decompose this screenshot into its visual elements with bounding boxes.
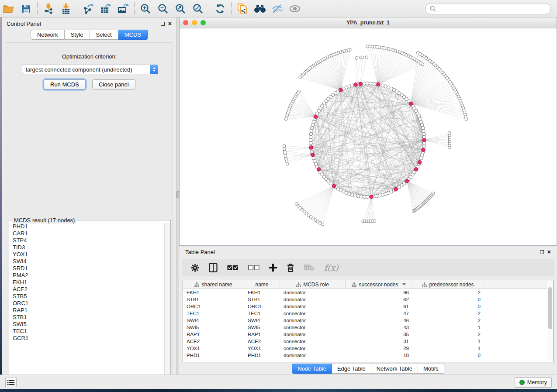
cell-predecessor-nodes[interactable]: 2	[412, 332, 484, 337]
close-panel-button[interactable]: Close panel	[92, 79, 135, 89]
criterion-dropdown[interactable]: largest connected component (undirected)	[22, 65, 158, 74]
cell-predecessor-nodes[interactable]: 2	[412, 290, 484, 295]
result-node-item[interactable]: PHD1	[13, 223, 165, 230]
column-header-name[interactable]: name	[244, 280, 280, 289]
cell-MCDS-role[interactable]: dominator	[280, 332, 346, 337]
cell-MCDS-role[interactable]: dominator	[280, 318, 346, 323]
cell-successor-nodes[interactable]: 43	[346, 325, 412, 330]
run-mcds-button[interactable]: Run MCDS	[44, 79, 86, 89]
table-row[interactable]: FKH1FKH1dominator962	[183, 289, 553, 296]
clone-network-button[interactable]	[234, 1, 251, 16]
network-titlebar[interactable]: YPA_prune.txt_1	[180, 17, 557, 28]
cell-name[interactable]: ORC1	[244, 304, 280, 309]
result-node-item[interactable]: STP4	[13, 237, 165, 244]
column-header-shared-name[interactable]: shared name	[183, 280, 244, 289]
show-panels-button[interactable]	[5, 378, 17, 387]
cell-name[interactable]: TEC1	[244, 311, 280, 316]
cell-name[interactable]: ACE2	[244, 339, 280, 344]
table-row[interactable]: ACE2ACE2connector311	[183, 338, 553, 345]
save-session-button[interactable]	[17, 1, 35, 16]
result-node-item[interactable]: SWI4	[13, 258, 165, 265]
deselect-all-columns-button[interactable]	[248, 265, 259, 270]
cell-shared-name[interactable]: ACE2	[183, 339, 244, 344]
import-network-button[interactable]	[40, 1, 57, 16]
zoom-in-button[interactable]	[137, 1, 154, 16]
tab-select[interactable]: Select	[90, 30, 118, 40]
delete-table-button[interactable]	[304, 265, 315, 271]
result-node-item[interactable]: FKH1	[13, 279, 165, 286]
cell-successor-nodes[interactable]: 35	[346, 332, 412, 337]
result-node-item[interactable]: CAR1	[13, 230, 165, 237]
result-node-item[interactable]: GCR1	[13, 335, 165, 342]
table-scrollbar-thumb[interactable]	[548, 287, 552, 329]
zoom-fit-button[interactable]	[172, 1, 189, 16]
cell-shared-name[interactable]: SWI4	[183, 318, 244, 323]
cell-MCDS-role[interactable]: dominator	[280, 353, 346, 358]
cell-predecessor-nodes[interactable]: 2	[412, 311, 484, 316]
result-node-item[interactable]: TID3	[13, 244, 165, 251]
zoom-out-button[interactable]	[154, 1, 172, 16]
column-header-successor-nodes[interactable]: successor nodes	[346, 280, 412, 289]
cell-predecessor-nodes[interactable]: 1	[412, 339, 484, 344]
cell-name[interactable]: FKH1	[244, 290, 280, 295]
result-node-item[interactable]: RAP1	[13, 307, 165, 314]
export-image-button[interactable]	[114, 1, 132, 16]
search-network-button[interactable]	[251, 1, 269, 16]
result-node-item[interactable]: ACE2	[13, 286, 165, 293]
zoom-selected-button[interactable]	[189, 1, 207, 16]
node-table[interactable]: shared namenameMCDS rolesuccessor nodesp…	[183, 280, 554, 362]
cell-predecessor-nodes[interactable]: 0	[412, 353, 484, 358]
table-row[interactable]: SWI4SWI4dominator462	[183, 317, 553, 324]
cell-MCDS-role[interactable]: dominator	[280, 290, 346, 295]
table-settings-button[interactable]	[191, 264, 199, 272]
cell-successor-nodes[interactable]: 31	[346, 339, 412, 344]
column-header-predecessor-nodes[interactable]: predecessor nodes	[412, 280, 484, 289]
import-table-button[interactable]	[57, 1, 75, 16]
close-panel-icon[interactable]: ×	[168, 21, 172, 26]
cell-name[interactable]: STB1	[244, 297, 280, 302]
float-panel-icon[interactable]	[161, 22, 165, 26]
table-row[interactable]: TEC1TEC1connector472	[183, 310, 553, 317]
tab-node-table[interactable]: Node Table	[292, 364, 332, 374]
table-scrollbar[interactable]	[547, 281, 553, 361]
cell-predecessor-nodes[interactable]: 0	[412, 297, 484, 302]
cell-successor-nodes[interactable]: 61	[346, 304, 412, 309]
open-file-button[interactable]	[0, 1, 17, 16]
tab-edge-table[interactable]: Edge Table	[332, 364, 371, 374]
result-node-item[interactable]: PMA2	[13, 272, 165, 279]
cell-predecessor-nodes[interactable]: 1	[412, 325, 484, 330]
cell-predecessor-nodes[interactable]: 0	[412, 304, 484, 309]
cell-successor-nodes[interactable]: 96	[346, 290, 412, 295]
cell-name[interactable]: PHD1	[244, 353, 280, 358]
cell-MCDS-role[interactable]: connector	[280, 346, 346, 351]
delete-column-button[interactable]	[287, 263, 294, 272]
mcds-result-list[interactable]: PHD1CAR1STP4TID3YOX1SWI4SRD1PMA2FKH1ACE2…	[10, 223, 165, 378]
function-builder-button[interactable]: f(x)	[324, 263, 339, 272]
table-row[interactable]: STB1STB1dominator620	[183, 296, 553, 303]
cell-shared-name[interactable]: FKH1	[183, 290, 244, 295]
select-all-columns-button[interactable]	[227, 265, 239, 270]
float-table-panel-icon[interactable]	[540, 250, 544, 254]
network-canvas[interactable]	[180, 28, 557, 245]
export-table-button[interactable]	[97, 1, 114, 16]
result-node-item[interactable]: SRD1	[13, 265, 165, 272]
cell-name[interactable]: YOX1	[244, 346, 280, 351]
cell-successor-nodes[interactable]: 62	[346, 297, 412, 302]
cell-shared-name[interactable]: SWI5	[183, 325, 244, 330]
column-header-MCDS-role[interactable]: MCDS role	[280, 280, 346, 289]
cell-shared-name[interactable]: YOX1	[183, 346, 244, 351]
table-row[interactable]: RAP1RAP1dominator352	[183, 331, 553, 338]
create-column-button[interactable]	[269, 264, 277, 272]
refresh-layout-button[interactable]	[211, 1, 229, 16]
cell-shared-name[interactable]: TEC1	[183, 311, 244, 316]
memory-button[interactable]: Memory	[515, 377, 552, 388]
result-node-item[interactable]: TEC1	[13, 328, 165, 335]
result-node-item[interactable]: STB1	[13, 314, 165, 321]
export-network-button[interactable]	[80, 1, 97, 16]
result-node-item[interactable]: ORC1	[13, 300, 165, 307]
cell-predecessor-nodes[interactable]: 2	[412, 318, 484, 323]
result-node-item[interactable]: YOX1	[13, 251, 165, 258]
table-row[interactable]: SWI5SWI5connector431	[183, 324, 553, 331]
tab-style[interactable]: Style	[65, 30, 90, 40]
hide-selected-button[interactable]	[269, 1, 286, 16]
